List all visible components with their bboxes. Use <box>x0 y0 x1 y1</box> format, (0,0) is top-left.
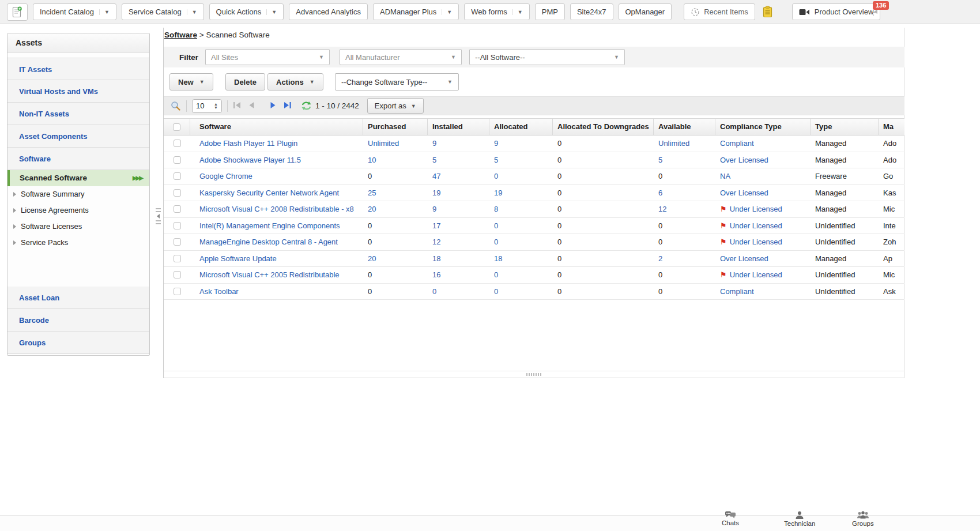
compliance-value[interactable]: Over Licensed <box>720 254 768 263</box>
expand-triangle-icon[interactable] <box>13 208 16 213</box>
sidebar-item-virtual-hosts-and-vms[interactable]: Virtual Hosts and VMs <box>7 80 149 103</box>
sidebar-subitem-software-summary[interactable]: Software Summary <box>7 186 149 202</box>
sidebar-item-asset-components[interactable]: Asset Components <box>7 125 149 148</box>
sidebar-item-non-it-assets[interactable]: Non-IT Assets <box>7 103 149 125</box>
sidebar-item-groups[interactable]: Groups <box>7 332 149 354</box>
sites-filter-dropdown[interactable]: All Sites ▼ <box>205 49 330 65</box>
purchased-value[interactable]: 25 <box>368 189 376 197</box>
row-checkbox[interactable] <box>174 140 181 147</box>
menu-advanced-analytics[interactable]: Advanced Analytics <box>289 3 368 20</box>
software-value[interactable]: Ask Toolbar <box>199 287 239 296</box>
clipboard-button[interactable] <box>760 6 775 18</box>
column-header-compliance[interactable]: Compliance Type <box>715 119 811 135</box>
sidebar-item-barcode[interactable]: Barcode <box>7 309 149 332</box>
menu-opmanager[interactable]: OpManager <box>619 3 672 20</box>
recent-items-button[interactable]: Recent Items <box>684 3 755 20</box>
software-value[interactable]: Adobe Shockwave Player 11.5 <box>199 156 301 164</box>
column-header-purchased[interactable]: Purchased <box>363 119 428 135</box>
installed-value[interactable]: 16 <box>432 270 440 279</box>
software-value[interactable]: Apple Software Update <box>199 254 277 263</box>
installed-value[interactable]: 9 <box>432 139 436 148</box>
footer-chats[interactable]: Chats <box>722 511 739 526</box>
compliance-value[interactable]: Under Licensed <box>730 238 782 246</box>
available-value[interactable]: Unlimited <box>658 139 689 148</box>
new-button[interactable]: New ▼ <box>169 73 213 91</box>
delete-button[interactable]: Delete <box>225 73 265 91</box>
allocated-value[interactable]: 0 <box>494 287 498 296</box>
select-all-checkbox[interactable] <box>173 123 180 131</box>
installed-value[interactable]: 9 <box>432 205 436 213</box>
menu-web-forms[interactable]: Web forms▼ <box>464 3 530 20</box>
menu-pmp[interactable]: PMP <box>535 3 565 20</box>
sidebar-item-software[interactable]: Software <box>7 148 149 170</box>
allocated-value[interactable]: 8 <box>494 205 498 213</box>
footer-technician[interactable]: Technician <box>784 511 815 527</box>
column-header-downgrades[interactable]: Allocated To Downgrades <box>553 119 654 135</box>
sidebar-subitem-license-agreements[interactable]: License Agreements <box>7 202 149 219</box>
allocated-value[interactable]: 0 <box>494 221 498 230</box>
previous-page-button[interactable] <box>248 101 255 111</box>
purchased-value[interactable]: Unlimited <box>368 139 399 148</box>
panel-splitter[interactable] <box>154 196 161 236</box>
column-header-available[interactable]: Available <box>654 119 715 135</box>
software-value[interactable]: Microsoft Visual C++ 2005 Redistributabl… <box>199 270 340 279</box>
row-checkbox[interactable] <box>174 189 181 197</box>
footer-groups[interactable]: Groups <box>852 511 874 527</box>
software-value[interactable]: Microsoft Visual C++ 2008 Redistributabl… <box>199 205 354 213</box>
compliance-value[interactable]: Under Licensed <box>730 205 782 213</box>
sidebar-item-it-assets[interactable]: IT Assets <box>7 58 149 80</box>
software-value[interactable]: Google Chrome <box>199 172 252 180</box>
sidebar-subitem-service-packs[interactable]: Service Packs <box>7 235 149 251</box>
purchased-value[interactable]: 20 <box>368 205 376 213</box>
notification-badge[interactable]: 136 <box>873 1 889 10</box>
allocated-value[interactable]: 0 <box>494 270 498 279</box>
menu-quick-actions[interactable]: Quick Actions▼ <box>209 3 284 20</box>
row-checkbox[interactable] <box>174 172 181 180</box>
allocated-value[interactable]: 5 <box>494 156 498 164</box>
allocated-value[interactable]: 9 <box>494 139 498 148</box>
software-value[interactable]: Intel(R) Management Engine Components <box>199 221 340 230</box>
compliance-value[interactable]: Over Licensed <box>720 156 768 164</box>
sidebar-item-asset-loan[interactable]: Asset Loan <box>7 287 149 309</box>
row-checkbox[interactable] <box>174 222 181 229</box>
allocated-value[interactable]: 19 <box>494 189 502 197</box>
change-software-type-select[interactable]: --Change Software Type-- ▼ <box>335 73 459 91</box>
installed-value[interactable]: 47 <box>432 172 440 180</box>
purchased-value[interactable]: 20 <box>368 254 376 263</box>
compliance-value[interactable]: Over Licensed <box>720 189 768 197</box>
sidebar-item-scanned-software[interactable]: Scanned Software ▶▶▶ <box>7 170 149 186</box>
next-page-button[interactable] <box>270 101 276 111</box>
software-value[interactable]: ManageEngine Desktop Central 8 - Agent <box>199 238 338 246</box>
software-value[interactable]: Kaspersky Security Center Network Agent <box>199 189 339 197</box>
installed-value[interactable]: 17 <box>432 221 440 230</box>
installed-value[interactable]: 19 <box>432 189 440 197</box>
compliance-value[interactable]: Compliant <box>720 139 754 148</box>
refresh-icon[interactable] <box>301 101 312 111</box>
allocated-value[interactable]: 0 <box>494 172 498 180</box>
expand-triangle-icon[interactable] <box>13 240 16 245</box>
available-value[interactable]: 12 <box>658 205 666 213</box>
software-filter-dropdown[interactable]: --All Software-- ▼ <box>469 49 625 65</box>
search-icon[interactable] <box>171 101 181 111</box>
export-as-button[interactable]: Export as ▼ <box>367 98 424 114</box>
installed-value[interactable]: 0 <box>432 287 436 296</box>
new-request-button[interactable] <box>7 3 28 21</box>
last-page-button[interactable] <box>283 101 292 111</box>
sidebar-subitem-software-licenses[interactable]: Software Licenses <box>7 219 149 235</box>
expand-triangle-icon[interactable] <box>13 192 16 197</box>
available-value[interactable]: 5 <box>658 156 662 164</box>
row-checkbox[interactable] <box>174 255 181 262</box>
page-size-stepper[interactable]: 10 ▲▼ <box>192 99 222 113</box>
column-header-allocated[interactable]: Allocated <box>489 119 553 135</box>
menu-site24x7[interactable]: Site24x7 <box>570 3 613 20</box>
column-header-type[interactable]: Type <box>811 119 879 135</box>
installed-value[interactable]: 18 <box>432 254 440 263</box>
manufacturer-filter-dropdown[interactable]: All Manufacturer ▼ <box>340 49 462 65</box>
installed-value[interactable]: 5 <box>432 156 436 164</box>
breadcrumb-software-link[interactable]: Software <box>164 31 197 39</box>
column-header-software[interactable]: Software <box>190 119 363 135</box>
row-checkbox[interactable] <box>174 288 181 295</box>
actions-button[interactable]: Actions ▼ <box>267 73 323 91</box>
allocated-value[interactable]: 0 <box>494 238 498 246</box>
menu-admanager-plus[interactable]: ADManager Plus▼ <box>373 3 459 20</box>
